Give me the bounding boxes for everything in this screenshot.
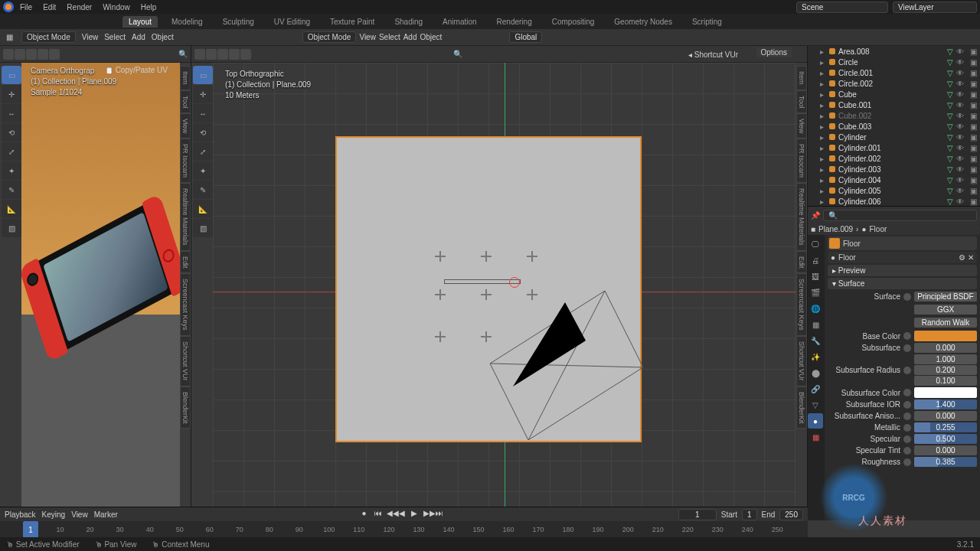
n-tab-edit[interactable]: Edit	[796, 251, 807, 274]
ortho-canvas[interactable]	[213, 63, 796, 520]
header-object-2[interactable]: Object	[420, 33, 443, 41]
n-tab-realtime-materials[interactable]: Realtime Materials	[796, 183, 807, 251]
n-tab-blenderkit[interactable]: BlenderKit	[180, 386, 191, 429]
value-slider[interactable]: 0.255	[914, 422, 977, 432]
jump-end-icon[interactable]: ⏭	[436, 509, 446, 520]
outliner-item[interactable]: ▸Cylinder.006▽👁▣	[808, 196, 980, 207]
tab-constraints[interactable]: 🔗	[808, 381, 823, 396]
prev-key-icon[interactable]: ◀◀	[387, 509, 397, 520]
outliner-item[interactable]: ▸Circle.002▽👁▣	[808, 78, 980, 89]
value-field[interactable]: 0.000	[914, 343, 977, 353]
tab-modifiers[interactable]: 🔧	[808, 333, 823, 348]
editor-type-icon[interactable]: ▦	[3, 31, 15, 44]
n-tab-pr-isocam[interactable]: PR Isocam	[180, 139, 191, 183]
autokey-icon[interactable]: ●	[362, 509, 373, 520]
workspace-tab-shading[interactable]: Shading	[388, 16, 429, 28]
tab-render[interactable]: 🖵	[808, 236, 823, 252]
tool-select-box[interactable]: ▭	[193, 66, 213, 84]
menu-window[interactable]: Window	[98, 2, 135, 13]
outliner-item[interactable]: ▸Cylinder.005▽👁▣	[808, 185, 980, 196]
tab-object[interactable]: ▦	[808, 317, 823, 332]
node-link-icon[interactable]	[903, 412, 911, 420]
value-slider[interactable]: 0.500	[914, 434, 977, 444]
tab-material[interactable]: ●	[808, 413, 823, 429]
jump-start-icon[interactable]: ⏮	[374, 509, 385, 520]
tool-annotate[interactable]: ✎	[2, 181, 21, 199]
header-select[interactable]: Select	[104, 33, 126, 41]
value-slider[interactable]: 1.400	[914, 399, 977, 409]
outliner-item[interactable]: ▸Area.008▽👁▣	[808, 46, 980, 57]
outliner-item[interactable]: ▸Cube.002▽👁▣	[808, 110, 980, 121]
tool-cursor[interactable]: ✛	[2, 85, 21, 103]
tool-add[interactable]: ▧	[2, 219, 21, 237]
timeline-keying[interactable]: Keying	[42, 510, 66, 519]
value-field[interactable]: 0.200	[914, 365, 977, 375]
viewlayer-field[interactable]: ViewLayer	[893, 2, 977, 13]
n-tab-item[interactable]: Item	[180, 66, 191, 90]
node-link-icon[interactable]	[903, 401, 911, 409]
panel-preview[interactable]: ▸ Preview	[828, 265, 977, 276]
n-tab-blenderkit[interactable]: BlenderKit	[796, 386, 807, 429]
outliner-item[interactable]: ▸Circle.001▽👁▣	[808, 67, 980, 78]
search-icon-2[interactable]: 🔍	[453, 50, 462, 58]
timeline-ruler[interactable]: 1 11020304050607080901001101201301401501…	[0, 521, 808, 538]
workspace-tab-animation[interactable]: Animation	[436, 16, 482, 28]
outliner-item[interactable]: ▸Cube.001▽👁▣	[808, 99, 980, 110]
material-slot[interactable]: Floor	[828, 236, 977, 250]
n-tab-shortcut-vur[interactable]: Shortcut VUr	[796, 336, 807, 386]
workspace-tab-layout[interactable]: Layout	[122, 16, 158, 28]
n-tab-view[interactable]: View	[180, 113, 191, 139]
workspace-tab-geometry-nodes[interactable]: Geometry Nodes	[608, 16, 678, 28]
n-tab-edit[interactable]: Edit	[180, 251, 191, 274]
value-field[interactable]: 0.000	[914, 445, 977, 455]
viewport-mode-icons[interactable]	[3, 49, 60, 60]
tool-measure[interactable]: 📐	[2, 200, 21, 218]
n-tab-pr-isocam[interactable]: PR Isocam	[796, 139, 807, 183]
tool-select-box[interactable]: ▭	[2, 66, 21, 84]
timeline[interactable]: Playback Keying View Marker ● ⏮ ◀◀ ◀ ▶ ▶…	[0, 507, 808, 537]
pin-icon[interactable]: 📌	[811, 211, 820, 220]
n-tab-realtime-materials[interactable]: Realtime Materials	[180, 183, 191, 251]
shader-dropdown[interactable]: Principled BSDF	[914, 292, 977, 302]
tab-particles[interactable]: ✨	[808, 349, 823, 364]
header-select-2[interactable]: Select	[379, 33, 400, 41]
menu-file[interactable]: File	[15, 2, 37, 13]
header-object[interactable]: Object	[152, 33, 174, 41]
material-datablock[interactable]: ●Floor ⚙ ✕	[828, 252, 977, 263]
outliner-item[interactable]: ▸Cylinder.004▽👁▣	[808, 174, 980, 185]
outliner[interactable]: ▸Area.008▽👁▣▸Circle▽👁▣▸Circle.001▽👁▣▸Cir…	[808, 46, 980, 207]
props-search[interactable]: 🔍	[823, 210, 977, 221]
color-field[interactable]	[914, 387, 977, 398]
viewport-mode-icons-2[interactable]	[194, 49, 251, 60]
tool-measure[interactable]: 📐	[193, 200, 213, 218]
n-tab-screencast-keys[interactable]: Screencast Keys	[180, 273, 191, 336]
outliner-item[interactable]: ▸Cube▽👁▣	[808, 89, 980, 99]
outliner-item[interactable]: ▸Cylinder.002▽👁▣	[808, 153, 980, 164]
value-slider[interactable]: 0.385	[914, 457, 977, 467]
timeline-view[interactable]: View	[71, 510, 88, 519]
tab-output[interactable]: 🖨	[808, 253, 823, 268]
tab-viewlayer[interactable]: 🖼	[808, 269, 823, 284]
tool-rotate[interactable]: ⟲	[2, 123, 21, 142]
n-tab-view[interactable]: View	[796, 113, 807, 139]
outliner-item[interactable]: ▸Cylinder▽👁▣	[808, 132, 980, 142]
distribution-dropdown[interactable]: GGX	[914, 305, 977, 315]
tool-move[interactable]: ↔	[193, 104, 213, 122]
workspace-tab-compositing[interactable]: Compositing	[546, 16, 601, 28]
viewport-ortho[interactable]: 🔍 Options	[191, 46, 808, 520]
playhead[interactable]: 1	[23, 521, 38, 538]
tool-scale[interactable]: ⤢	[2, 142, 21, 161]
play-icon[interactable]: ▶	[411, 509, 422, 520]
outliner-item[interactable]: ▸Cylinder.003▽👁▣	[808, 164, 980, 174]
scene-field[interactable]: Scene	[796, 2, 888, 13]
tool-add[interactable]: ▧	[193, 219, 213, 237]
menu-edit[interactable]: Edit	[38, 2, 60, 13]
node-link-icon[interactable]	[903, 447, 911, 455]
mode-dropdown-2[interactable]: Object Mode	[302, 31, 357, 43]
color-field[interactable]	[914, 331, 977, 341]
value-field[interactable]: 1.000	[914, 354, 977, 364]
value-field[interactable]: 0.000	[914, 411, 977, 421]
tool-annotate[interactable]: ✎	[193, 181, 213, 199]
next-key-icon[interactable]: ▶▶	[423, 509, 434, 520]
outliner-item[interactable]: ▸Circle▽👁▣	[808, 57, 980, 67]
